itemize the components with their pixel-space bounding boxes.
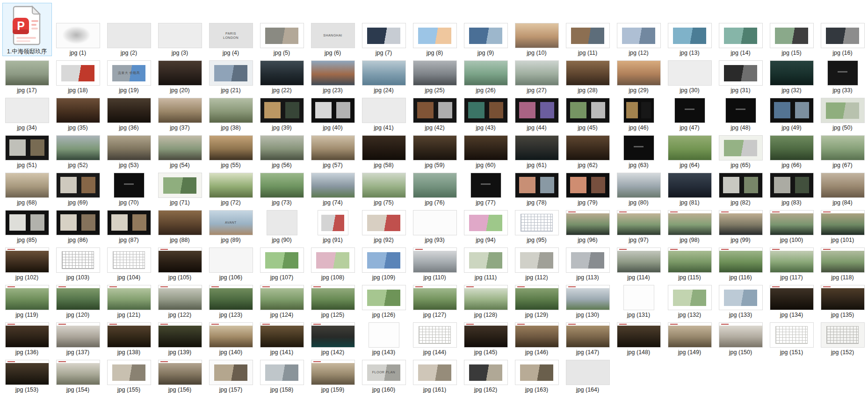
- file-tile[interactable]: jpg (96): [562, 206, 613, 243]
- file-tile[interactable]: jpg (134): [766, 281, 817, 318]
- file-tile[interactable]: jpg (31): [715, 56, 766, 94]
- file-tile[interactable]: jpg (17): [1, 56, 52, 94]
- file-tile[interactable]: jpg (75): [358, 168, 409, 206]
- file-tile[interactable]: jpg (11): [562, 19, 613, 56]
- file-tile[interactable]: jpg (131): [613, 281, 664, 318]
- file-tile[interactable]: jpg (1): [52, 19, 103, 56]
- file-tile[interactable]: jpg (2): [103, 19, 154, 56]
- file-tile[interactable]: jpg (138): [103, 318, 154, 356]
- file-tile-presentation[interactable]: P 1.中海领邸玖序: [2, 3, 52, 56]
- file-tile[interactable]: jpg (37): [154, 94, 205, 131]
- file-tile[interactable]: jpg (59): [409, 131, 460, 168]
- file-tile[interactable]: jpg (16): [817, 19, 868, 56]
- file-tile[interactable]: jpg (117): [766, 243, 817, 281]
- file-tile[interactable]: jpg (33): [817, 56, 868, 94]
- file-tile[interactable]: jpg (164): [562, 356, 613, 393]
- file-tile[interactable]: jpg (87): [103, 206, 154, 243]
- file-tile[interactable]: jpg (153): [1, 356, 52, 393]
- file-tile[interactable]: jpg (77): [460, 168, 511, 206]
- file-tile[interactable]: jpg (84): [817, 168, 868, 206]
- file-tile[interactable]: jpg (69): [52, 168, 103, 206]
- file-tile[interactable]: jpg (62): [562, 131, 613, 168]
- file-tile[interactable]: jpg (107): [256, 243, 307, 281]
- file-tile[interactable]: jpg (99): [715, 206, 766, 243]
- file-tile[interactable]: jpg (158): [256, 356, 307, 393]
- file-tile[interactable]: AVANT jpg (89): [205, 206, 256, 243]
- file-tile[interactable]: jpg (137): [52, 318, 103, 356]
- file-tile[interactable]: jpg (100): [766, 206, 817, 243]
- file-tile[interactable]: jpg (103): [52, 243, 103, 281]
- file-tile[interactable]: jpg (110): [409, 243, 460, 281]
- file-tile[interactable]: jpg (53): [103, 131, 154, 168]
- file-tile[interactable]: jpg (40): [307, 94, 358, 131]
- file-tile[interactable]: jpg (14): [715, 19, 766, 56]
- file-tile[interactable]: jpg (41): [358, 94, 409, 131]
- file-tile[interactable]: jpg (149): [664, 318, 715, 356]
- file-tile[interactable]: jpg (116): [715, 243, 766, 281]
- file-tile[interactable]: jpg (154): [52, 356, 103, 393]
- file-tile[interactable]: jpg (36): [103, 94, 154, 131]
- file-tile[interactable]: jpg (82): [715, 168, 766, 206]
- file-tile[interactable]: jpg (3): [154, 19, 205, 56]
- file-tile[interactable]: jpg (147): [562, 318, 613, 356]
- file-tile[interactable]: jpg (61): [511, 131, 562, 168]
- file-tile[interactable]: jpg (98): [664, 206, 715, 243]
- file-tile[interactable]: jpg (51): [1, 131, 52, 168]
- file-tile[interactable]: jpg (91): [307, 206, 358, 243]
- file-tile[interactable]: jpg (115): [664, 243, 715, 281]
- file-tile[interactable]: jpg (45): [562, 94, 613, 131]
- file-tile[interactable]: jpg (56): [256, 131, 307, 168]
- file-tile[interactable]: jpg (66): [766, 131, 817, 168]
- file-tile[interactable]: jpg (32): [766, 56, 817, 94]
- file-tile[interactable]: jpg (21): [205, 56, 256, 94]
- file-tile[interactable]: jpg (10): [511, 19, 562, 56]
- file-tile[interactable]: jpg (113): [562, 243, 613, 281]
- file-tile[interactable]: jpg (124): [256, 281, 307, 318]
- file-tile[interactable]: jpg (139): [154, 318, 205, 356]
- file-tile[interactable]: jpg (146): [511, 318, 562, 356]
- file-tile[interactable]: jpg (123): [205, 281, 256, 318]
- file-tile[interactable]: jpg (38): [205, 94, 256, 131]
- file-tile[interactable]: jpg (28): [562, 56, 613, 94]
- file-tile[interactable]: jpg (109): [358, 243, 409, 281]
- file-tile[interactable]: jpg (140): [205, 318, 256, 356]
- file-tile[interactable]: jpg (105): [154, 243, 205, 281]
- file-tile[interactable]: jpg (65): [715, 131, 766, 168]
- file-tile[interactable]: jpg (43): [460, 94, 511, 131]
- file-tile[interactable]: jpg (121): [103, 281, 154, 318]
- file-tile[interactable]: jpg (80): [613, 168, 664, 206]
- file-tile[interactable]: jpg (108): [307, 243, 358, 281]
- file-tile[interactable]: jpg (29): [613, 56, 664, 94]
- file-tile[interactable]: jpg (111): [460, 243, 511, 281]
- file-tile[interactable]: jpg (64): [664, 131, 715, 168]
- file-tile[interactable]: jpg (127): [409, 281, 460, 318]
- file-tile[interactable]: jpg (63): [613, 131, 664, 168]
- file-tile[interactable]: jpg (132): [664, 281, 715, 318]
- file-tile[interactable]: jpg (122): [154, 281, 205, 318]
- file-tile[interactable]: jpg (50): [817, 94, 868, 131]
- file-tile[interactable]: jpg (83): [766, 168, 817, 206]
- file-tile[interactable]: jpg (114): [613, 243, 664, 281]
- file-tile[interactable]: jpg (156): [154, 356, 205, 393]
- file-tile[interactable]: jpg (120): [52, 281, 103, 318]
- file-tile[interactable]: jpg (129): [511, 281, 562, 318]
- file-tile[interactable]: jpg (150): [715, 318, 766, 356]
- file-tile[interactable]: jpg (81): [664, 168, 715, 206]
- file-tile[interactable]: jpg (30): [664, 56, 715, 94]
- file-tile[interactable]: jpg (24): [358, 56, 409, 94]
- file-tile[interactable]: jpg (142): [307, 318, 358, 356]
- file-tile[interactable]: jpg (57): [307, 131, 358, 168]
- file-tile[interactable]: jpg (9): [460, 19, 511, 56]
- file-tile[interactable]: jpg (145): [460, 318, 511, 356]
- file-tile[interactable]: jpg (152): [817, 318, 868, 356]
- file-tile[interactable]: jpg (88): [154, 206, 205, 243]
- file-tile[interactable]: jpg (70): [103, 168, 154, 206]
- file-tile[interactable]: jpg (135): [817, 281, 868, 318]
- file-tile[interactable]: jpg (12): [613, 19, 664, 56]
- file-tile[interactable]: jpg (163): [511, 356, 562, 393]
- file-tile[interactable]: jpg (136): [1, 318, 52, 356]
- file-tile[interactable]: jpg (42): [409, 94, 460, 131]
- file-tile[interactable]: FLOOR PLAN jpg (160): [358, 356, 409, 393]
- file-tile[interactable]: jpg (35): [52, 94, 103, 131]
- file-tile[interactable]: jpg (25): [409, 56, 460, 94]
